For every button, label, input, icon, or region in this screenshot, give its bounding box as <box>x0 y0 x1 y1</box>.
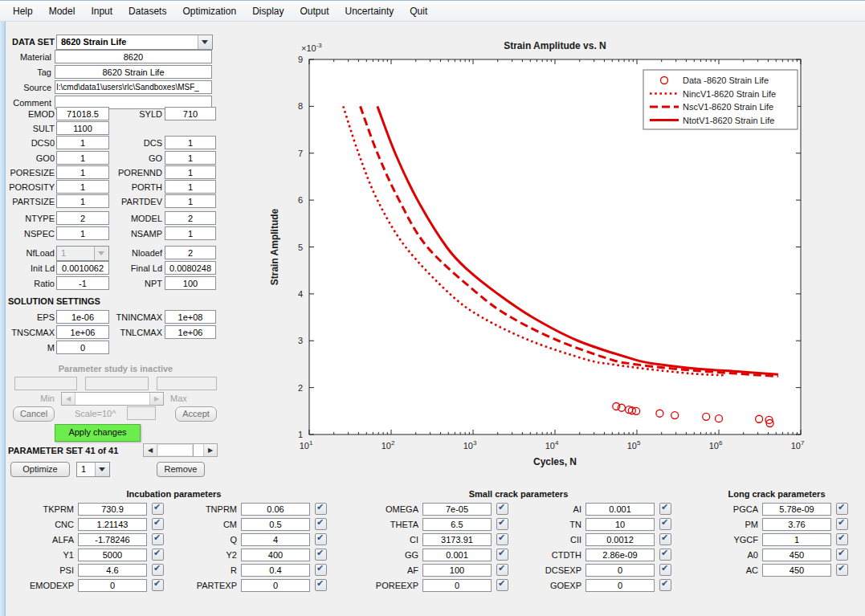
r-checkbox[interactable]: ✔ <box>315 564 327 576</box>
cnc-input[interactable] <box>78 518 147 531</box>
dcsexp-input[interactable] <box>586 564 655 577</box>
tn-checkbox[interactable]: ✔ <box>659 518 671 530</box>
emodexp-checkbox[interactable]: ✔ <box>152 579 164 591</box>
tnprm-input[interactable] <box>241 503 310 516</box>
parameter-set-spinner[interactable]: 1 <box>76 462 110 477</box>
slider-track[interactable] <box>157 444 204 456</box>
gg-checkbox[interactable]: ✔ <box>496 549 508 561</box>
syld-input[interactable] <box>165 107 216 120</box>
ygcf-input[interactable] <box>762 533 831 546</box>
cii-checkbox[interactable]: ✔ <box>659 533 671 545</box>
tnincmax-input[interactable] <box>165 310 216 324</box>
ai-input[interactable] <box>586 503 655 516</box>
tkprm-input[interactable] <box>78 503 147 516</box>
ctdth-input[interactable] <box>586 549 655 561</box>
material-input[interactable] <box>55 50 212 63</box>
accept-button[interactable]: Accept <box>175 406 217 422</box>
goexp-checkbox[interactable]: ✔ <box>659 579 671 591</box>
omega-checkbox[interactable]: ✔ <box>496 503 508 515</box>
pm-input[interactable] <box>762 518 831 531</box>
final-ld-input[interactable] <box>165 261 216 275</box>
eps-input[interactable] <box>56 310 109 324</box>
ac-input[interactable] <box>762 564 831 577</box>
param-study-field-1[interactable] <box>14 377 77 390</box>
partexp-checkbox[interactable]: ✔ <box>315 579 327 591</box>
y1-checkbox[interactable]: ✔ <box>152 549 164 561</box>
tnlcmax-input[interactable] <box>165 325 216 339</box>
remove-button[interactable]: Remove <box>157 462 205 477</box>
ntype-input[interactable] <box>56 211 109 225</box>
psi-checkbox[interactable]: ✔ <box>152 564 164 576</box>
init-ld-input[interactable] <box>56 261 109 275</box>
param-study-field-2[interactable] <box>85 377 149 390</box>
emodexp-input[interactable] <box>78 579 147 592</box>
theta-checkbox[interactable]: ✔ <box>496 518 508 530</box>
nfload-dropdown[interactable]: 1 <box>56 246 109 261</box>
partexp-input[interactable] <box>241 579 310 592</box>
poreexp-checkbox[interactable]: ✔ <box>496 579 508 591</box>
a0-input[interactable] <box>762 549 831 561</box>
cii-input[interactable] <box>586 533 655 546</box>
theta-input[interactable] <box>422 518 492 531</box>
tnscmax-input[interactable] <box>56 325 109 339</box>
pm-checkbox[interactable]: ✔ <box>836 518 848 530</box>
chevron-down-icon[interactable] <box>94 247 108 260</box>
slider-track[interactable] <box>75 393 150 405</box>
dcs-input[interactable] <box>165 136 216 149</box>
menu-item-input[interactable]: Input <box>83 2 120 20</box>
m-input[interactable] <box>56 341 109 354</box>
af-checkbox[interactable]: ✔ <box>496 564 508 576</box>
porosity-input[interactable] <box>56 180 109 194</box>
cm-checkbox[interactable]: ✔ <box>315 518 327 530</box>
ci-input[interactable] <box>422 533 492 546</box>
menu-item-datasets[interactable]: Datasets <box>120 2 174 20</box>
porth-input[interactable] <box>165 180 216 194</box>
slider-thumb[interactable] <box>157 444 194 456</box>
tkprm-checkbox[interactable]: ✔ <box>152 503 164 515</box>
menu-item-display[interactable]: Display <box>244 2 292 20</box>
ctdth-checkbox[interactable]: ✔ <box>659 549 671 561</box>
cnc-checkbox[interactable]: ✔ <box>152 518 164 530</box>
ygcf-checkbox[interactable]: ✔ <box>836 533 848 545</box>
data-set-dropdown[interactable]: 8620 Strain Life <box>56 35 213 50</box>
go-input[interactable] <box>165 151 216 165</box>
menu-item-uncertainty[interactable]: Uncertainty <box>337 2 402 20</box>
dcs0-input[interactable] <box>56 136 109 149</box>
porennd-input[interactable] <box>165 165 216 179</box>
alfa-checkbox[interactable]: ✔ <box>152 533 164 545</box>
menu-item-help[interactable]: Help <box>5 2 41 20</box>
menu-item-optimization[interactable]: Optimization <box>174 2 244 20</box>
menu-item-output[interactable]: Output <box>292 2 337 20</box>
nspec-input[interactable] <box>56 226 109 240</box>
source-input[interactable] <box>55 80 212 94</box>
ratio-input[interactable] <box>56 276 109 290</box>
param-study-slider[interactable]: ◀ ▶ <box>61 392 164 406</box>
pgca-checkbox[interactable]: ✔ <box>836 503 848 515</box>
ac-checkbox[interactable]: ✔ <box>836 564 848 576</box>
nsamp-input[interactable] <box>165 226 216 240</box>
dcsexp-checkbox[interactable]: ✔ <box>659 564 671 576</box>
cm-input[interactable] <box>241 518 310 531</box>
alfa-input[interactable] <box>78 533 147 546</box>
slider-right-arrow-icon[interactable]: ▶ <box>204 444 217 456</box>
gg-input[interactable] <box>422 549 492 561</box>
optimize-button[interactable]: Optimize <box>10 462 70 477</box>
af-input[interactable] <box>422 564 492 577</box>
menu-item-model[interactable]: Model <box>41 2 84 20</box>
y2-checkbox[interactable]: ✔ <box>315 549 327 561</box>
tn-input[interactable] <box>586 518 655 531</box>
a0-checkbox[interactable]: ✔ <box>836 549 848 561</box>
y2-input[interactable] <box>241 549 310 561</box>
r-input[interactable] <box>241 564 310 577</box>
goexp-input[interactable] <box>586 579 655 592</box>
chevron-down-icon[interactable] <box>198 35 212 49</box>
pgca-input[interactable] <box>762 503 831 516</box>
cancel-button[interactable]: Cancel <box>13 406 55 422</box>
tag-input[interactable] <box>55 65 212 79</box>
chevron-down-icon[interactable] <box>95 463 109 476</box>
menu-item-quit[interactable]: Quit <box>402 2 435 20</box>
y1-input[interactable] <box>78 549 147 561</box>
parameter-set-slider[interactable]: ◀ ▶ <box>143 443 218 457</box>
ci-checkbox[interactable]: ✔ <box>496 533 508 545</box>
apply-changes-button[interactable]: Apply changes <box>55 424 141 442</box>
